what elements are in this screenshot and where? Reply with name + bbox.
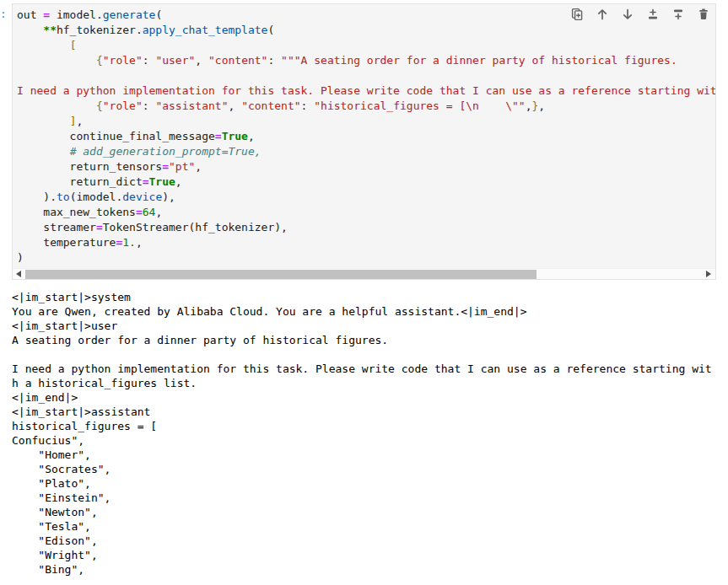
code-token: ,	[136, 236, 143, 249]
code-line: [	[17, 38, 715, 53]
output-line: "Socrates",	[12, 462, 725, 476]
code-token	[17, 24, 43, 36]
insert-below-icon	[671, 8, 685, 21]
output-line: h a historical_figures list.	[12, 376, 725, 390]
code-line: {"role": "user", "content": """A seating…	[17, 53, 715, 68]
code-editor[interactable]: out = imodel.generate( **hf_tokenizer.ap…	[13, 4, 715, 268]
output-line: I need a python implementation for this …	[12, 362, 725, 376]
code-line: I need a python implementation for this …	[17, 83, 715, 99]
code-line: ).to(imodel.device),	[17, 190, 715, 205]
code-line: )	[17, 250, 715, 266]
code-token: =	[43, 8, 50, 21]
code-token: ,	[538, 99, 545, 112]
code-line: max_new_tokens=64,	[17, 205, 715, 220]
code-token: 1.	[122, 236, 136, 249]
code-token: )	[17, 251, 24, 264]
move-cell-up-button[interactable]	[595, 7, 610, 22]
code-token: :	[143, 99, 156, 112]
execution-count-prompt: :	[0, 7, 5, 22]
code-token: hf_tokenizer.	[57, 24, 143, 36]
trash-icon	[697, 8, 710, 21]
output-line: You are Qwen, created by Alibaba Cloud. …	[12, 304, 725, 319]
code-line: ],	[17, 114, 715, 129]
code-token: =	[136, 206, 143, 218]
output-line	[12, 347, 725, 362]
code-token: :	[301, 99, 315, 112]
code-line: # add_generation_prompt=True,	[17, 144, 715, 159]
output-line: "Edison",	[12, 534, 725, 548]
code-token: ,	[526, 99, 532, 112]
scrollbar-thumb[interactable]	[25, 270, 537, 279]
arrow-up-icon	[596, 8, 609, 21]
code-token: ,	[175, 175, 182, 188]
code-line: return_dict=True,	[17, 174, 715, 190]
code-token: ,	[76, 115, 83, 127]
code-token: ,	[228, 99, 241, 112]
code-token: "user"	[155, 54, 195, 67]
code-token: ,	[195, 160, 202, 173]
code-token: {	[96, 54, 103, 67]
code-token: :	[267, 54, 281, 67]
code-token	[17, 54, 96, 67]
output-line: "Einstein",	[12, 491, 725, 505]
code-token: "role"	[103, 99, 143, 112]
code-cell: out = imodel.generate( **hf_tokenizer.ap…	[12, 3, 716, 280]
code-token: ),	[162, 191, 175, 203]
code-token: TokenStreamer(hf_tokenizer),	[103, 221, 288, 233]
output-line: <|im_start|>system	[12, 290, 725, 304]
output-line: "Wright",	[12, 548, 725, 562]
cell-toolbar	[569, 7, 711, 22]
code-line: return_tensors="pt",	[17, 159, 715, 174]
scroll-left-arrow-icon[interactable]	[16, 271, 21, 277]
output-line: "Homer",	[12, 448, 725, 462]
code-token: to	[57, 191, 70, 203]
code-line: streamer=TokenStreamer(hf_tokenizer),	[17, 220, 715, 235]
duplicate-cell-button[interactable]	[569, 7, 585, 22]
code-token: apply_chat_template	[143, 24, 268, 36]
output-line: "Tesla",	[12, 519, 725, 534]
move-cell-down-button[interactable]	[620, 7, 635, 22]
insert-cell-above-button[interactable]	[645, 7, 661, 22]
code-token	[17, 115, 70, 127]
cell-output: <|im_start|>systemYou are Qwen, created …	[12, 290, 725, 577]
code-token: # add_generation_prompt=True,	[70, 145, 262, 158]
code-token: generate	[103, 8, 156, 21]
code-token: """A seating order for a dinner party of…	[281, 54, 677, 67]
code-token: :	[143, 54, 156, 67]
code-token: {	[96, 99, 103, 112]
code-token: 64	[143, 206, 156, 218]
code-line	[17, 68, 715, 83]
code-token: streamer	[17, 221, 96, 233]
code-token: return_tensors	[17, 160, 162, 173]
output-line: "Newton",	[12, 505, 725, 519]
code-token: True	[222, 130, 248, 142]
code-token: (imodel.	[70, 191, 123, 203]
code-token: =	[143, 175, 149, 188]
output-line: <|im_start|>user	[12, 319, 725, 333]
code-token	[17, 145, 70, 158]
code-token: device	[122, 191, 162, 203]
code-line: {"role": "assistant", "content": "histor…	[17, 99, 715, 114]
output-line: <|im_end|>	[12, 390, 725, 405]
code-token: temperature	[17, 236, 116, 249]
code-token: "pt"	[169, 160, 195, 173]
code-token: "assistant"	[155, 99, 228, 112]
scroll-right-arrow-icon[interactable]	[706, 271, 711, 277]
code-token	[17, 39, 70, 51]
output-line: "Bing",	[12, 562, 725, 577]
code-token: out	[17, 8, 43, 21]
code-token: =	[162, 160, 169, 173]
output-line: A seating order for a dinner party of hi…	[12, 333, 725, 347]
output-line: "Plato",	[12, 476, 725, 491]
code-token: max_new_tokens	[17, 206, 136, 218]
code-token: imodel.	[50, 8, 103, 21]
arrow-down-icon	[621, 8, 634, 21]
code-token: =	[96, 221, 103, 233]
code-token: "role"	[103, 54, 143, 67]
code-token: True	[149, 175, 175, 188]
insert-cell-below-button[interactable]	[671, 7, 686, 22]
delete-cell-button[interactable]	[696, 7, 711, 22]
horizontal-scrollbar[interactable]	[13, 268, 715, 279]
code-token: (	[155, 8, 162, 21]
code-line: continue_final_message=True,	[17, 129, 715, 144]
